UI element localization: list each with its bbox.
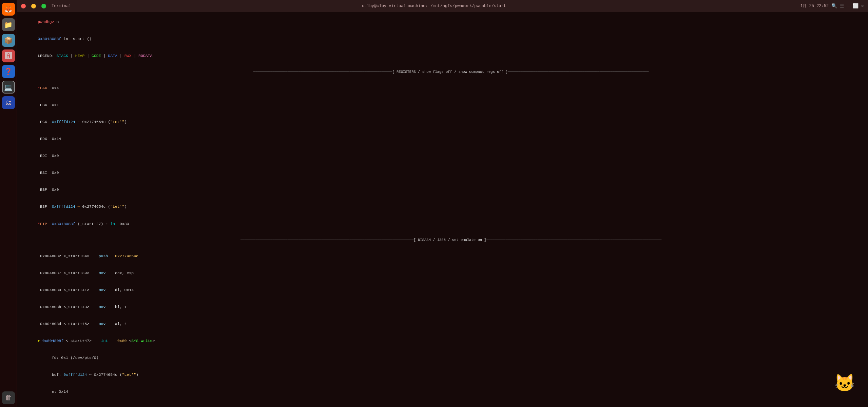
reg-eip: *EIP 0x8048088f (_start+47) ← int 0x80 (19, 216, 866, 232)
minimize-btn[interactable] (31, 4, 36, 8)
reg-eax: *EAX 0x4 (19, 80, 866, 97)
titlebar-left: Terminal (21, 4, 71, 8)
files-icon[interactable]: 📁 (2, 18, 15, 31)
main-window: 🦊 📁 📦 🅰 ❓ 💻 🗂 🗑 (0, 0, 868, 407)
minimize-icon[interactable]: ─ (847, 3, 850, 9)
nautilus-icon[interactable]: 🗂 (2, 96, 15, 109)
window-title: c-lby@clby-virtual-machine: /mnt/hgfs/pw… (362, 4, 506, 8)
window-close-icon[interactable]: ✕ (861, 3, 864, 9)
reg-edx: EDX 0x14 (19, 131, 866, 148)
time-display: 1月 25 22:52 (800, 3, 829, 9)
close-btn[interactable] (21, 4, 26, 8)
reg-esi: ESI 0x0 (19, 165, 866, 182)
prompt-line-1: pwndbg> n (19, 14, 866, 30)
disasm-4: 0x804808b <_start+43> mov bl, 1 (19, 299, 866, 316)
reg-ebp: EBP 0x0 (19, 182, 866, 199)
menu-icon[interactable]: ☰ (840, 3, 844, 9)
reg-ecx: ECX 0xffffd124 ← 0x2774654c ("Let'") (19, 114, 866, 131)
appstore-icon[interactable]: 🅰 (2, 49, 15, 62)
trash-icon[interactable]: 🗑 (2, 391, 15, 404)
disasm-buf: buf: 0xffffd124 ← 0x2774654c ("Let'") (19, 367, 866, 384)
reg-esp: ESP 0xffffd124 ← 0x2774654c ("Let'") (19, 199, 866, 216)
help-icon[interactable]: ❓ (2, 65, 15, 78)
titlebar-right: 1月 25 22:52 🔍 ☰ ─ ⬜ ✕ (800, 3, 864, 9)
main-content: Terminal c-lby@clby-virtual-machine: /mn… (17, 0, 868, 407)
software-icon[interactable]: 📦 (2, 34, 15, 47)
disasm-fd: fd: 0x1 (/dev/pts/0) (19, 350, 866, 367)
app-title: Terminal (52, 4, 71, 8)
reg-edi: EDI 0x0 (19, 148, 866, 165)
cat-decoration: 🐱 (834, 373, 861, 400)
search-icon[interactable]: 🔍 (831, 3, 837, 9)
disasm-current: ► 0x804808f <_start+47> int 0x80 <SYS_wr… (19, 333, 866, 350)
disasm-header: ────────────────────────────────────────… (19, 232, 866, 248)
disasm-5: 0x804808d <_start+45> mov al, 4 (19, 316, 866, 333)
firefox-icon[interactable]: 🦊 (2, 3, 15, 16)
taskbar: 🦊 📁 📦 🅰 ❓ 💻 🗂 🗑 (0, 0, 17, 407)
terminal-content[interactable]: pwndbg> n 0x8048088f in _start () LEGEND… (17, 12, 868, 407)
restore-icon[interactable]: ⬜ (853, 3, 859, 9)
reg-ebx: EBX 0x1 (19, 97, 866, 114)
maximize-btn[interactable] (41, 4, 46, 8)
legend-line: LEGEND: STACK | HEAP | CODE | DATA | RWX… (19, 47, 866, 64)
disasm-6: 0x8048091 <_start+49> xor ebx, ebx (19, 401, 866, 407)
addr-line: 0x8048088f in _start () (19, 30, 866, 47)
terminal-icon[interactable]: 💻 (2, 81, 15, 94)
disasm-3: 0x8048089 <_start+41> mov dl, 0x14 (19, 282, 866, 299)
registers-header: ────────────────────────────────────────… (19, 64, 866, 80)
titlebar: Terminal c-lby@clby-virtual-machine: /mn… (17, 0, 868, 12)
disasm-n: n: 0x14 (19, 384, 866, 401)
disasm-2: 0x8048087 <_start+39> mov ecx, esp (19, 265, 866, 282)
disasm-1: 0x8048082 <_start+34> push 0x2774654c (19, 248, 866, 265)
